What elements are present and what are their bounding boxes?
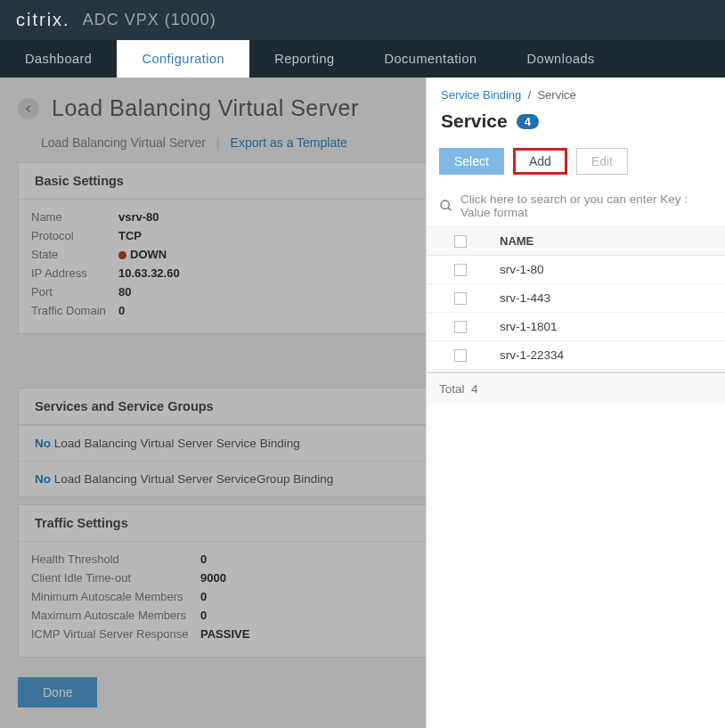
label-protocol: Protocol	[31, 229, 118, 242]
value-protocol: TCP	[118, 229, 142, 242]
service-name: srv-1-1801	[500, 320, 558, 333]
tab-dashboard[interactable]: Dashboard	[0, 40, 117, 78]
row-checkbox[interactable]	[454, 349, 467, 362]
search-input[interactable]: Click here to search or you can enter Ke…	[427, 185, 725, 227]
column-name[interactable]: NAME	[500, 234, 534, 248]
state-down-icon	[118, 251, 126, 259]
search-icon	[439, 199, 453, 213]
label-traffic-domain: Traffic Domain	[31, 304, 118, 317]
value-ip: 10.63.32.60	[118, 266, 180, 280]
label-ip: IP Address	[31, 266, 118, 280]
tab-documentation[interactable]: Documentation	[360, 40, 502, 78]
add-button[interactable]: Add	[513, 148, 567, 175]
label-health-threshold: Health Threshold	[31, 552, 200, 566]
value-min-autoscale: 0	[200, 590, 207, 603]
brand-logo: citrix.	[16, 10, 70, 30]
page-subtitle: Load Balancing Virtual Server	[41, 135, 206, 150]
row-checkbox[interactable]	[454, 321, 467, 333]
search-placeholder: Click here to search or you can enter Ke…	[460, 192, 713, 219]
select-all-checkbox[interactable]	[454, 235, 467, 248]
label-min-autoscale: Minimum Autoscale Members	[31, 590, 200, 603]
page-title: Load Balancing Virtual Server	[52, 95, 359, 121]
value-client-idle: 9000	[200, 571, 226, 585]
app-header: citrix. ADC VPX (1000)	[0, 0, 725, 40]
tab-configuration[interactable]: Configuration	[117, 40, 249, 78]
service-name: srv-1-22334	[500, 348, 564, 362]
service-count-badge: 4	[517, 114, 539, 129]
breadcrumb-separator: /	[525, 88, 537, 102]
breadcrumb-current: Service	[537, 88, 575, 102]
value-state: DOWN	[118, 248, 167, 261]
row-checkbox[interactable]	[454, 264, 467, 276]
label-port: Port	[31, 285, 118, 299]
table-row[interactable]: srv-1-80	[427, 256, 725, 284]
subtitle-divider: |	[216, 135, 220, 150]
value-port: 80	[118, 285, 131, 299]
table-row[interactable]: srv-1-443	[427, 284, 725, 313]
label-icmp-response: ICMP Virtual Server Response	[31, 627, 200, 641]
label-max-autoscale: Maximum Autoscale Members	[31, 609, 200, 622]
label-client-idle: Client Idle Time-out	[31, 571, 200, 585]
table-header: NAME	[427, 227, 725, 256]
select-button[interactable]: Select	[439, 148, 504, 175]
tab-downloads[interactable]: Downloads	[502, 40, 620, 78]
value-health-threshold: 0	[200, 552, 207, 566]
main-tabs: Dashboard Configuration Reporting Docume…	[0, 40, 725, 78]
value-traffic-domain: 0	[118, 304, 125, 317]
product-name: ADC VPX (1000)	[83, 11, 216, 29]
export-template-link[interactable]: Export as a Template	[231, 135, 347, 150]
value-max-autoscale: 0	[200, 609, 207, 622]
done-button[interactable]: Done	[18, 677, 97, 708]
service-name: srv-1-443	[500, 291, 550, 305]
breadcrumb: Service Binding / Service	[427, 78, 725, 105]
tab-reporting[interactable]: Reporting	[249, 40, 359, 78]
row-checkbox[interactable]	[454, 292, 467, 305]
label-name: Name	[31, 210, 118, 224]
back-icon[interactable]	[18, 98, 39, 119]
side-panel: Service Binding / Service Service 4 Sele…	[426, 78, 725, 728]
total-row: Total 4	[427, 372, 725, 405]
table-row[interactable]: srv-1-1801	[427, 313, 725, 341]
edit-button[interactable]: Edit	[576, 148, 628, 175]
svg-point-0	[441, 200, 449, 209]
svg-line-1	[448, 208, 451, 210]
value-icmp-response: PASSIVE	[200, 627, 249, 641]
value-name: vsrv-80	[118, 210, 159, 224]
breadcrumb-service-binding[interactable]: Service Binding	[441, 88, 521, 102]
table-row[interactable]: srv-1-22334	[427, 341, 725, 370]
label-state: State	[31, 248, 118, 261]
service-name: srv-1-80	[500, 263, 544, 276]
side-title: Service 4	[427, 105, 725, 144]
